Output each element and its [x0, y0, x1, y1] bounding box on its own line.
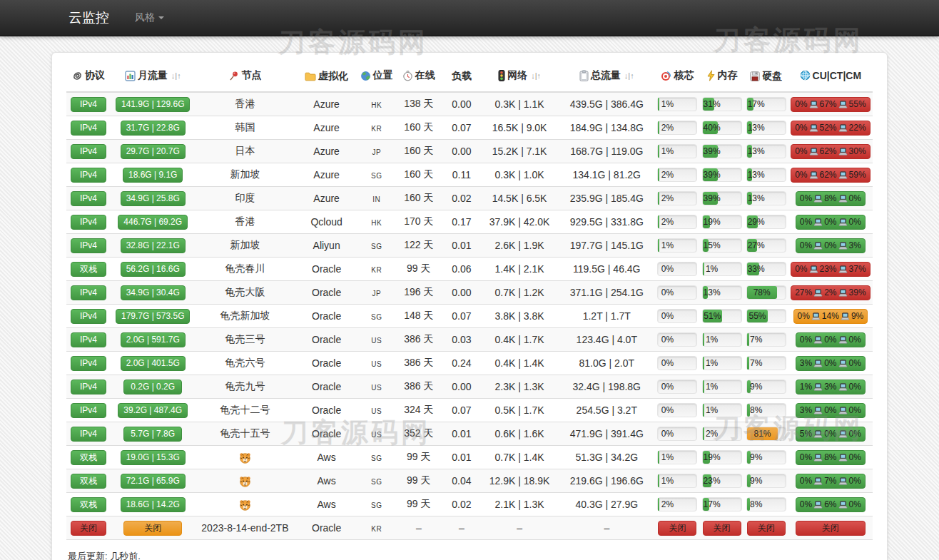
- column-header-10: 核芯: [655, 61, 699, 92]
- sort-indicator-icon[interactable]: ↓|↑: [171, 71, 181, 80]
- online-days: 99 天: [407, 474, 430, 486]
- disk-progress-bar: 7%: [746, 332, 786, 347]
- network-rate: 0.3K | 1.1K: [495, 98, 544, 110]
- cucm-badge: 1%3%0%: [796, 380, 866, 394]
- cpu-cell: 2%: [655, 187, 699, 210]
- location-code: HK: [371, 219, 382, 227]
- total-traffic: 81.0G | 2.0T: [579, 357, 634, 369]
- total-traffic: 32.4G | 198.8G: [573, 381, 641, 392]
- location-cell: IN: [358, 187, 395, 210]
- laptop-icon: [838, 454, 848, 462]
- total-traffic: 134.1G | 81.2G: [573, 169, 641, 180]
- load-cell: 0.24: [442, 352, 481, 375]
- column-header-2[interactable]: 月流量↓|↑: [111, 61, 195, 92]
- monthly-traffic-cell: 2.0G | 401.5G: [111, 352, 195, 375]
- cpu-cell: 1%: [655, 234, 699, 258]
- online-cell: 386 天: [395, 328, 442, 352]
- style-dropdown[interactable]: 风格: [135, 11, 164, 24]
- memory-cell: 40%: [700, 116, 744, 140]
- online-cell: 148 天: [395, 305, 442, 328]
- column-label: 节点: [241, 69, 261, 82]
- location-code: US: [371, 407, 382, 415]
- column-label: 总流量: [591, 69, 621, 82]
- online-cell: 122 天: [395, 234, 442, 258]
- virtualization-value: Azure: [313, 98, 340, 110]
- total-traffic-cell: 123.4G | 4.0T: [558, 328, 655, 352]
- node-cell: 龟壳十五号: [195, 422, 295, 446]
- virtualization-cell: Azure: [295, 187, 358, 210]
- memory-cell: 17%: [700, 493, 744, 516]
- load-cell: 0.00: [442, 281, 481, 305]
- monthly-traffic-badge: 18.6G | 14.2G: [121, 497, 186, 512]
- monthly-traffic-badge: 72.1G | 65.9G: [121, 474, 186, 489]
- monthly-traffic-badge: 2.0G | 591.7G: [121, 332, 186, 347]
- memory-progress-bar: 51%: [702, 309, 742, 323]
- column-label: 虚拟化: [318, 70, 348, 83]
- monthly-traffic-badge: 34.9G | 30.4G: [121, 285, 186, 300]
- disk-cell: 13%: [744, 116, 788, 140]
- protocol-cell: IPv4: [66, 116, 111, 140]
- location-code: SG: [371, 454, 382, 462]
- location-code: US: [371, 384, 382, 392]
- cpu-progress-bar: 2%: [657, 168, 697, 182]
- total-traffic: 254.5G | 3.2T: [577, 404, 637, 416]
- location-cell: US: [358, 328, 395, 352]
- cucm-cell: 3%0%0%: [788, 399, 873, 422]
- load-value: 0.02: [452, 193, 471, 204]
- disk-cell: 8%: [744, 399, 788, 422]
- sort-indicator-icon[interactable]: ↓|↑: [531, 71, 541, 80]
- location-code: HK: [371, 101, 382, 109]
- app-brand[interactable]: 云监控: [68, 9, 109, 27]
- cucm-cell: 关闭: [788, 516, 873, 540]
- total-traffic: 184.9G | 134.8G: [570, 122, 644, 133]
- online-cell: 352 天: [395, 422, 442, 446]
- network-cell: –: [481, 516, 558, 540]
- network-cell: 12.9K | 18.9K: [481, 469, 558, 493]
- protocol-cell: 双栈: [66, 469, 111, 493]
- monthly-traffic-cell: 2.0G | 591.7G: [111, 328, 195, 352]
- cucm-badge: 0%14%9%: [793, 309, 868, 324]
- protocol-cell: IPv4: [66, 352, 111, 375]
- table-row: IPv45.7G | 7.8G龟壳十五号OracleUS352 天0.010.6…: [66, 422, 873, 446]
- memory-cell: 1%: [700, 352, 744, 375]
- monthly-traffic-badge: 19.0G | 15.3G: [121, 450, 186, 465]
- caret-down-icon: [158, 16, 164, 19]
- cucm-cell: 0%62%59%: [788, 163, 873, 187]
- protocol-badge: IPv4: [71, 403, 106, 418]
- virtualization-value: Oracle: [312, 263, 341, 275]
- network-cell: 0.5K | 1.7K: [481, 399, 558, 422]
- virtualization-value: Oracle: [312, 404, 341, 416]
- virtualization-cell: Aws: [295, 469, 358, 493]
- disk-progress-bar: 13%: [746, 168, 786, 182]
- disk-progress-bar: 81%: [746, 427, 786, 441]
- laptop-icon: [841, 312, 850, 320]
- cpu-cell: 1%: [655, 469, 699, 493]
- network-rate: 15.2K | 7.1K: [492, 146, 547, 157]
- load-cell: 0.03: [442, 328, 481, 352]
- memory-cell: 1%: [700, 375, 744, 399]
- online-days: 99 天: [407, 263, 430, 274]
- location-cell: US: [358, 352, 395, 375]
- total-traffic-cell: 254.5G | 3.2T: [558, 399, 655, 422]
- column-label: 在线: [415, 69, 435, 82]
- memory-progress-bar: 1%: [702, 262, 742, 276]
- column-header-3: 节点: [195, 61, 295, 92]
- cpu-progress-bar: 0%: [657, 309, 697, 323]
- cucm-badge: 3%0%0%: [796, 403, 866, 418]
- network-rate: 0.5K | 1.7K: [495, 404, 544, 416]
- disk-progress-bar: 8%: [746, 497, 786, 511]
- column-header-9[interactable]: 总流量↓|↑: [558, 61, 655, 92]
- memory-cell: 39%: [700, 163, 744, 187]
- protocol-cell: IPv4: [66, 187, 111, 210]
- total-traffic: 235.9G | 185.4G: [570, 193, 644, 204]
- cucm-badge: 0%8%0%: [796, 450, 866, 465]
- sort-indicator-icon[interactable]: ↓|↑: [624, 71, 634, 80]
- table-row: IPv439.2G | 487.4G龟壳十二号OracleUS324 天0.07…: [66, 399, 873, 422]
- location-cell: KR: [358, 116, 395, 140]
- column-header-8[interactable]: 网络↓|↑: [481, 61, 558, 92]
- laptop-icon: [813, 454, 823, 462]
- load-cell: 0.01: [442, 422, 481, 446]
- laptop-icon: [813, 430, 823, 438]
- table-row: 双栈56.2G | 16.6G龟壳春川OracleKR99 天0.061.4K …: [66, 258, 873, 281]
- online-days: 160 天: [404, 192, 433, 203]
